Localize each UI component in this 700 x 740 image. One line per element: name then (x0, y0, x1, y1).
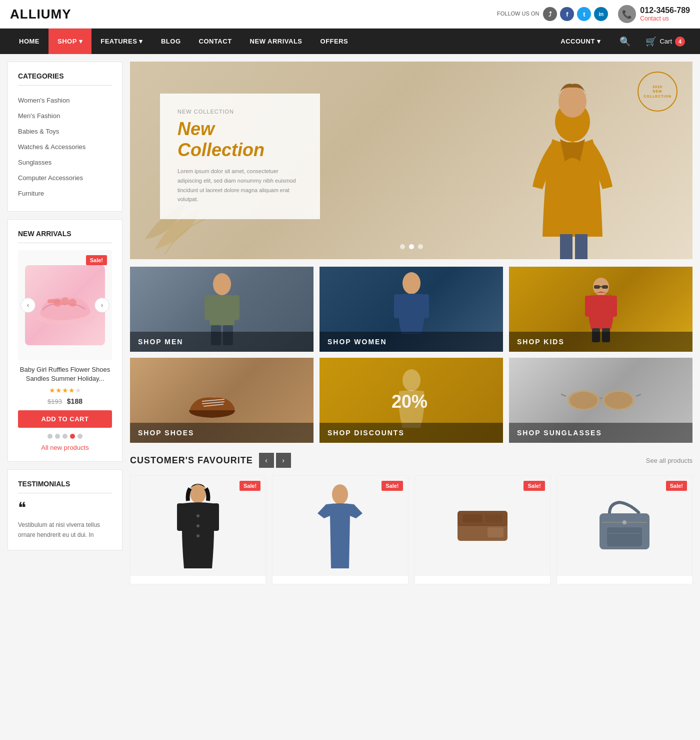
svg-rect-24 (594, 285, 600, 289)
product-card-1: Sale! (130, 475, 266, 584)
phone-details: 012-3456-789 Contact us (640, 6, 690, 22)
category-mens-fashion[interactable]: Men's Fashion (18, 108, 112, 124)
svg-point-44 (196, 534, 200, 537)
cart-button[interactable]: 🛒 Cart 4 (640, 31, 690, 52)
product-card-body-2 (272, 576, 408, 584)
shop-sunglasses-card[interactable]: SHOP SUNGLASSES (509, 358, 692, 443)
dot-3[interactable] (62, 434, 68, 439)
nav-blog[interactable]: BLOG (152, 29, 190, 54)
svg-rect-11 (210, 295, 234, 325)
svg-point-38 (604, 392, 632, 409)
category-watches[interactable]: Watches & Accessories (18, 139, 112, 155)
slider-prev-button[interactable]: ‹ (20, 298, 36, 313)
shop-shoes-card[interactable]: SHOP SHOES (130, 358, 314, 443)
product-img-4: Sale! (557, 476, 692, 576)
svg-rect-8 (560, 234, 572, 259)
quote-icon: ❝ (18, 500, 112, 515)
all-products-link[interactable]: All new products (18, 444, 112, 451)
cart-count: 4 (675, 37, 685, 47)
price-row: $193 $188 (18, 397, 112, 405)
product-card-body-1 (130, 576, 266, 584)
svg-point-45 (332, 484, 348, 504)
top-right: FOLLOW US ON ⤴ f t in 📞 012-3456-789 Con… (497, 5, 690, 23)
see-all-products[interactable]: See all products (646, 457, 692, 464)
nav-features[interactable]: FEATURES ▾ (92, 29, 152, 54)
new-price: $188 (67, 397, 82, 405)
svg-rect-9 (575, 234, 588, 259)
product-image (25, 265, 105, 345)
nav-account[interactable]: ACCOUNT ▾ (552, 29, 610, 54)
svg-rect-48 (462, 514, 482, 522)
slider-next-button[interactable]: › (94, 298, 110, 313)
category-sunglasses[interactable]: Sunglasses (18, 155, 112, 170)
old-price: $193 (48, 398, 62, 405)
top-bar: ALLIUMY FOLLOW US ON ⤴ f t in 📞 012-3456… (0, 0, 700, 29)
hero-banner: New Collection New Collection Lorem ipsu… (130, 62, 692, 259)
category-furniture[interactable]: Furniture (18, 186, 112, 201)
shoe-illustration (30, 280, 100, 330)
svg-rect-55 (607, 527, 642, 546)
category-computer[interactable]: Computer Accessories (18, 170, 112, 186)
product-img-1: Sale! (130, 476, 266, 576)
dot-1[interactable] (48, 434, 52, 439)
svg-rect-18 (422, 294, 429, 318)
contact-link[interactable]: Contact us (640, 15, 690, 22)
follow-us: FOLLOW US ON ⤴ f t in (497, 7, 608, 21)
hero-dots (400, 244, 423, 249)
wallet-illustration (452, 503, 512, 548)
favourite-next-button[interactable]: › (276, 453, 291, 468)
hero-dot-3[interactable] (418, 244, 423, 249)
svg-rect-4 (48, 299, 60, 303)
shop-men-card[interactable]: SHOP MEN (130, 267, 314, 352)
shoes-illustration (184, 375, 260, 425)
product-stars: ★★★★★ (18, 386, 112, 394)
category-babies-toys[interactable]: Babies & Toys (18, 124, 112, 139)
product-name: Baby Girl Ruffles Flower Shoes Sandles S… (18, 365, 112, 383)
svg-point-16 (402, 272, 420, 294)
shop-discounts-label: SHOP DISCOUNTS (320, 423, 503, 443)
coat-illustration (173, 478, 223, 573)
shop-discounts-card[interactable]: 20% SHOP DISCOUNTS (320, 358, 503, 443)
shop-grid: SHOP MEN SHOP WOMEN (130, 267, 692, 443)
twitter-icon[interactable]: t (577, 7, 591, 21)
product-card-2: Sale! (272, 475, 408, 584)
svg-point-2 (61, 297, 69, 305)
svg-rect-40 (177, 503, 184, 531)
search-button[interactable]: 🔍 (614, 31, 636, 52)
product-img-3: Sale! (415, 476, 550, 576)
dot-2[interactable] (55, 434, 60, 439)
new-arrivals-card: NEW ARRIVALS Sale! (8, 219, 122, 462)
logo: ALLIUMY (10, 7, 72, 22)
main-layout: CATEGORIES Women's Fashion Men's Fashion… (0, 54, 700, 592)
shop-women-label: SHOP WOMEN (320, 332, 503, 352)
shop-sunglasses-label: SHOP SUNGLASSES (509, 423, 692, 443)
product-img-2: Sale! (272, 476, 408, 576)
dot-4[interactable] (70, 434, 75, 439)
category-womens-fashion[interactable]: Women's Fashion (18, 93, 112, 108)
main-content: New Collection New Collection Lorem ipsu… (130, 54, 700, 592)
add-to-cart-button[interactable]: Add to cart (18, 410, 112, 428)
svg-point-37 (570, 392, 598, 409)
product-slider: Sale! ‹ (18, 250, 112, 451)
hero-dot-2[interactable] (409, 244, 414, 249)
product-image-wrap: Sale! ‹ (18, 250, 112, 360)
share-icon[interactable]: ⤴ (543, 7, 557, 21)
hero-dot-1[interactable] (400, 244, 405, 249)
dot-5[interactable] (78, 434, 82, 439)
testimonials-title: TESTIMONIALS (18, 480, 112, 493)
shop-women-card[interactable]: SHOP WOMEN (320, 267, 503, 352)
main-nav: HOME SHOP ▾ FEATURES ▾ BLOG CONTACT NEW … (0, 29, 700, 54)
nav-new-arrivals[interactable]: NEW ARRIVALS (241, 29, 312, 54)
shop-kids-card[interactable]: SHOP KIDS (509, 267, 692, 352)
nav-home[interactable]: HOME (10, 29, 48, 54)
new-arrivals-title: NEW ARRIVALS (18, 230, 112, 243)
nav-shop[interactable]: SHOP ▾ (48, 29, 92, 54)
new-collection-badge: 2020NEWCOLLECTION (638, 72, 678, 112)
facebook-icon[interactable]: f (560, 7, 574, 21)
nav-offers[interactable]: OFFERS (312, 29, 358, 54)
svg-line-35 (561, 394, 566, 396)
svg-point-3 (68, 299, 76, 307)
favourite-prev-button[interactable]: ‹ (259, 453, 274, 468)
linkedin-icon[interactable]: in (594, 7, 608, 21)
nav-contact[interactable]: CONTACT (190, 29, 241, 54)
